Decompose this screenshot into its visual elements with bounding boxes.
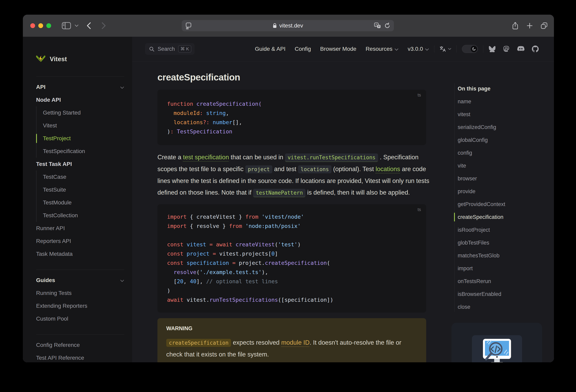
- reader-icon[interactable]: [185, 22, 192, 29]
- moon-icon: [472, 47, 476, 51]
- forward-button[interactable]: [101, 22, 106, 29]
- sidebar-item-reporters-api[interactable]: Reporters API: [36, 235, 124, 247]
- code-token: [203, 110, 206, 116]
- sidebar-section-test-task-api[interactable]: Test Task API: [36, 158, 124, 171]
- aside-item-browser[interactable]: browser: [458, 172, 545, 185]
- search-button[interactable]: Search ⌘ K: [145, 43, 195, 55]
- sidebar-item-task-metadata[interactable]: Task Metadata: [36, 247, 124, 260]
- code-token: const: [167, 251, 183, 257]
- aside-item-serializedconfig[interactable]: serializedConfig: [458, 121, 545, 134]
- sidebar-item-testproject[interactable]: TestProject: [43, 132, 124, 145]
- doc-link[interactable]: locations: [376, 166, 400, 173]
- vitest-logo[interactable]: Vitest: [36, 42, 124, 76]
- code-token: { resolve }: [187, 223, 229, 229]
- share-icon[interactable]: [512, 22, 519, 30]
- code-token: ): [297, 241, 301, 247]
- sidebar-toggle-icon[interactable]: [62, 22, 71, 30]
- inline-code-link[interactable]: vitest.runTestSpecifications: [285, 153, 378, 162]
- close-window-button[interactable]: [30, 23, 35, 28]
- aside-item-matchestestglob[interactable]: matchesTestGlob: [458, 249, 545, 262]
- aside-item-isrootproject[interactable]: isRootProject: [458, 223, 545, 236]
- aside-item-createspecification[interactable]: createSpecification: [458, 211, 545, 223]
- nav-link-resources[interactable]: Resources: [366, 46, 399, 52]
- doc-link[interactable]: module ID: [281, 339, 310, 346]
- mastodon-icon[interactable]: [503, 46, 510, 52]
- aside-item-globtestfiles[interactable]: globTestFiles: [458, 236, 545, 249]
- sidebar-chevron-icon[interactable]: [75, 25, 79, 27]
- aside-item-name[interactable]: name: [458, 95, 545, 108]
- language-menu[interactable]: [440, 46, 451, 52]
- aside-item-isbrowserenabled[interactable]: isBrowserEnabled: [458, 288, 545, 301]
- zoom-window-button[interactable]: [46, 23, 51, 28]
- browser-titlebar: vitest.dev A: [23, 15, 554, 37]
- code-line: resolve('./example.test.ts'),: [167, 268, 417, 277]
- sidebar-item-testcase[interactable]: TestCase: [43, 171, 124, 183]
- tab-overview-icon[interactable]: [540, 22, 548, 30]
- dark-mode-toggle[interactable]: [462, 45, 478, 53]
- back-button[interactable]: [87, 22, 91, 29]
- code-token: [209, 119, 213, 125]
- sidebar-item-config-reference[interactable]: Config Reference: [36, 339, 124, 352]
- chevron-down-icon: [120, 84, 124, 90]
- doc-link[interactable]: test specification: [183, 154, 229, 161]
- inline-code: locations: [298, 165, 332, 173]
- aside-item-close[interactable]: close: [458, 301, 545, 313]
- bluesky-icon[interactable]: [489, 46, 496, 52]
- sidebar-item-testsuite[interactable]: TestSuite: [43, 183, 124, 196]
- reload-icon[interactable]: [384, 23, 390, 29]
- sidebar-item-testcollection[interactable]: TestCollection: [43, 209, 124, 222]
- code-token: ([specification]): [278, 297, 333, 303]
- nav-link-label: Browser Mode: [320, 46, 356, 52]
- sidebar-item-test-api-reference[interactable]: Test API Reference: [36, 352, 124, 362]
- sidebar: Vitest APINode APIGetting StartedVitestT…: [23, 37, 132, 362]
- sidebar-item-extending-reporters[interactable]: Extending Reporters: [36, 300, 124, 312]
- github-icon[interactable]: [532, 46, 539, 52]
- inline-code: createSpecification: [166, 339, 231, 347]
- sidebar-item-custom-pool[interactable]: Custom Pool: [36, 312, 124, 325]
- nav-link-browser-mode[interactable]: Browser Mode: [320, 46, 356, 52]
- nav-link-label: v3.0.0: [408, 46, 423, 52]
- sidebar-group-guides[interactable]: Guides: [36, 274, 124, 287]
- code-token: import: [167, 223, 187, 229]
- nav-link-v3-0-0[interactable]: v3.0.0: [408, 46, 429, 52]
- text-span: and test: [272, 166, 298, 173]
- chevron-down-icon: [120, 280, 124, 282]
- aside-item-globalconfig[interactable]: globalConfig: [458, 134, 545, 147]
- svg-text:A: A: [375, 23, 377, 26]
- nav-link-guide-api[interactable]: Guide & API: [255, 46, 286, 52]
- aside-item-provide[interactable]: provide: [458, 185, 545, 198]
- aside-item-config[interactable]: config: [458, 147, 545, 159]
- sidebar-section-node-api[interactable]: Node API: [36, 93, 124, 106]
- sidebar-item-runner-api[interactable]: Runner API: [36, 222, 124, 235]
- vitest-logo-icon: [36, 55, 45, 63]
- aside-item-import[interactable]: import: [458, 262, 545, 275]
- translate-icon[interactable]: A: [374, 23, 381, 29]
- code-token: (: [196, 269, 200, 275]
- code-token: ),: [261, 269, 268, 275]
- code-block-signature: ts function createSpecification( moduleI…: [157, 90, 426, 145]
- sidebar-item-testmodule[interactable]: TestModule: [43, 196, 124, 209]
- code-token: function: [167, 101, 193, 107]
- logo-text: Vitest: [50, 56, 67, 63]
- new-tab-icon[interactable]: [526, 22, 533, 29]
- discord-icon[interactable]: [517, 46, 525, 52]
- code-token: ,: [183, 278, 190, 284]
- address-bar[interactable]: vitest.dev A: [182, 20, 394, 31]
- chevron-down-icon: [425, 46, 429, 52]
- minimize-window-button[interactable]: [38, 23, 43, 28]
- aside-item-ontestsrerun[interactable]: onTestsRerun: [458, 275, 545, 288]
- nav-link-config[interactable]: Config: [295, 46, 311, 52]
- code-token: TestSpecification: [177, 128, 232, 135]
- aside-item-vite[interactable]: vite: [458, 159, 545, 172]
- aside-item-vitest[interactable]: vitest: [458, 108, 545, 121]
- code-token: 0: [271, 251, 275, 257]
- sidebar-group-api[interactable]: API: [36, 81, 124, 93]
- carbon-ad[interactable]: [451, 323, 542, 362]
- inline-code-link[interactable]: testNamePattern: [253, 189, 305, 197]
- sidebar-item-running-tests[interactable]: Running Tests: [36, 287, 124, 300]
- sidebar-item-getting-started[interactable]: Getting Started: [43, 106, 124, 119]
- sidebar-item-vitest[interactable]: Vitest: [43, 119, 124, 132]
- sidebar-item-testspecification[interactable]: TestSpecification: [43, 145, 124, 158]
- aside-item-getprovidedcontext[interactable]: getProvidedContext: [458, 198, 545, 211]
- doc-scroll-area[interactable]: createSpecification ts function createSp…: [132, 61, 554, 362]
